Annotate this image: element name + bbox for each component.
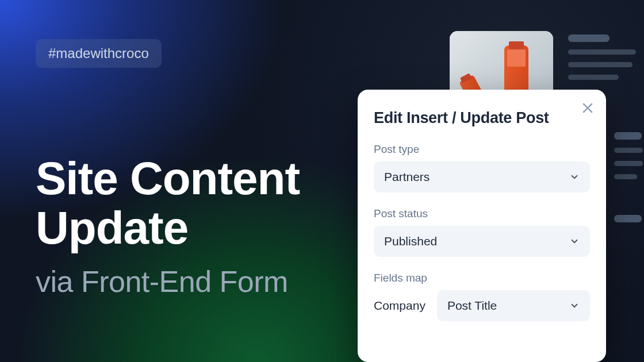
post-status-label: Post status xyxy=(374,207,590,220)
fields-map-value: Post Title xyxy=(447,299,497,313)
edit-post-modal: Edit Insert / Update Post Post type Part… xyxy=(358,90,606,362)
hashtag-badge: #madewithcroco xyxy=(36,39,162,68)
subheadline: via Front-End Form xyxy=(36,264,288,299)
skeleton-line xyxy=(614,148,643,153)
skeleton-line xyxy=(568,49,636,55)
main-headline: Site Content Update xyxy=(36,154,300,253)
skeleton-line xyxy=(568,62,632,67)
post-type-value: Partners xyxy=(384,170,430,184)
skeleton-line xyxy=(614,174,637,179)
chevron-down-icon xyxy=(569,301,580,311)
close-icon xyxy=(581,101,595,115)
skeleton-secondary-block xyxy=(614,132,643,222)
fields-map-select[interactable]: Post Title xyxy=(437,290,590,321)
post-status-select[interactable]: Published xyxy=(374,226,590,257)
headline-line-1: Site Content xyxy=(36,154,300,203)
close-button[interactable] xyxy=(581,101,595,115)
modal-title: Edit Insert / Update Post xyxy=(374,109,590,127)
fields-map-label: Fields map xyxy=(374,272,590,284)
skeleton-line xyxy=(614,215,642,222)
post-type-label: Post type xyxy=(374,143,590,156)
fields-map-key: Company xyxy=(374,299,425,313)
svg-rect-5 xyxy=(507,49,526,67)
chevron-down-icon xyxy=(569,172,580,182)
skeleton-line xyxy=(568,75,619,80)
headline-line-2: Update xyxy=(36,203,300,253)
post-type-select[interactable]: Partners xyxy=(374,161,590,192)
skeleton-title-line xyxy=(568,34,610,42)
chevron-down-icon xyxy=(569,236,580,247)
svg-rect-4 xyxy=(509,41,524,49)
skeleton-line xyxy=(614,132,642,140)
post-status-value: Published xyxy=(384,234,437,248)
skeleton-line xyxy=(614,161,643,166)
fields-map-row: Company Post Title xyxy=(374,290,590,321)
